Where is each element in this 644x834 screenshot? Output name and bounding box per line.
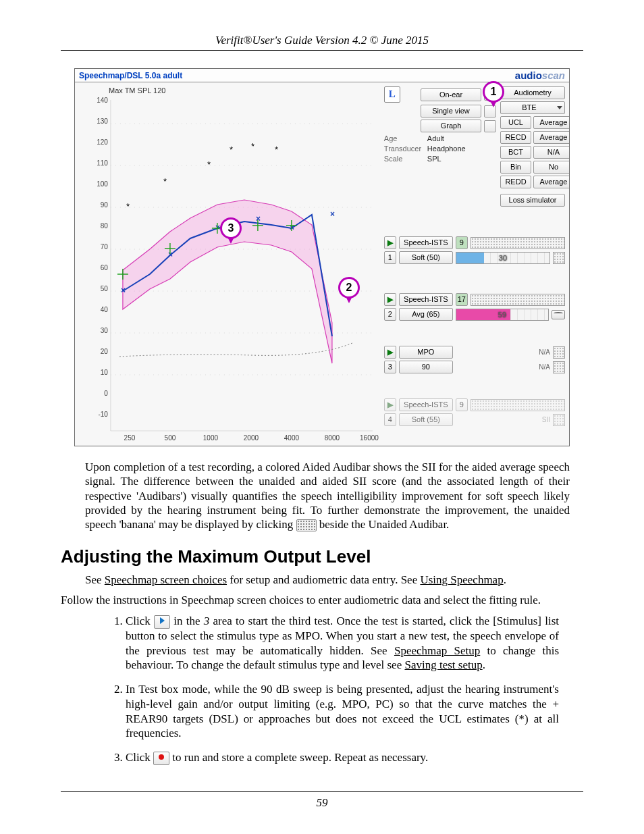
spl-chart: 140130120 11010090 807060 504030 20100 -… bbox=[82, 86, 380, 444]
level-4: Soft (55) bbox=[399, 413, 453, 426]
stimulus-3[interactable]: MPO bbox=[399, 346, 453, 359]
na-3b: N/A bbox=[539, 363, 550, 371]
banana-toggle-1[interactable] bbox=[553, 252, 565, 264]
window-title: Speechmap/DSL 5.0a adult bbox=[79, 71, 182, 80]
ucl-label: UCL bbox=[500, 116, 531, 129]
section-heading: Adjusting the Maximum Output Level bbox=[61, 546, 583, 567]
svg-text:60: 60 bbox=[101, 264, 109, 271]
banana-toggle-3a[interactable] bbox=[553, 346, 565, 359]
intro-paragraph: Upon completion of a test recording, a c… bbox=[85, 460, 570, 531]
svg-text:*: * bbox=[230, 145, 233, 155]
svg-text:0: 0 bbox=[104, 390, 108, 397]
see-line: See Speechmap screen choices for setup a… bbox=[85, 573, 570, 587]
svg-text:*: * bbox=[275, 145, 278, 155]
stimulus-4: Speech-ISTS bbox=[399, 398, 453, 411]
link-saving-test-setup[interactable]: Saving test setup bbox=[404, 658, 482, 671]
na-3a: N/A bbox=[539, 348, 550, 356]
audibar-2a[interactable] bbox=[471, 294, 565, 306]
recd-value[interactable]: Average bbox=[533, 131, 570, 144]
onear-button[interactable]: On-ear bbox=[421, 88, 481, 101]
audibar-2b[interactable]: 59 bbox=[456, 309, 549, 321]
step-2: In Test box mode, while the 90 dB sweep … bbox=[126, 682, 559, 741]
svg-text:40: 40 bbox=[101, 306, 109, 313]
level-3[interactable]: 90 bbox=[399, 361, 453, 373]
audibar-4a bbox=[471, 399, 565, 411]
screenshot-figure: Speechmap/DSL 5.0a adult audioscan Max T… bbox=[74, 68, 570, 446]
svg-text:×: × bbox=[330, 209, 335, 219]
speechband-icon[interactable] bbox=[552, 310, 565, 319]
graph-button[interactable]: Graph bbox=[421, 120, 481, 132]
loss-simulator-button[interactable]: Loss simulator bbox=[500, 194, 565, 207]
svg-text:120: 120 bbox=[97, 138, 108, 146]
play-button-4[interactable]: ▶ bbox=[384, 398, 396, 411]
graph-toggle[interactable] bbox=[484, 120, 496, 132]
scale-label: Scale bbox=[384, 155, 425, 163]
play-button-2[interactable]: ▶ bbox=[384, 293, 396, 306]
audibar-1b[interactable]: 30 bbox=[456, 252, 550, 264]
left-ear-icon: L bbox=[384, 86, 400, 103]
play-button-1[interactable]: ▶ bbox=[384, 236, 396, 249]
svg-text:1000: 1000 bbox=[203, 434, 219, 442]
bin-label: Bin bbox=[500, 161, 531, 174]
svg-text:80: 80 bbox=[101, 222, 109, 230]
svg-text:100: 100 bbox=[97, 180, 108, 188]
scale-value: SPL bbox=[427, 155, 475, 163]
index-4: 4 bbox=[384, 413, 396, 426]
svg-text:70: 70 bbox=[101, 243, 109, 251]
audiometry-button[interactable]: Audiometry bbox=[500, 86, 565, 99]
link-screen-choices[interactable]: Speechmap screen choices bbox=[105, 573, 227, 586]
bct-value[interactable]: N/A bbox=[533, 146, 570, 159]
stimulus-2[interactable]: Speech-ISTS bbox=[399, 293, 453, 306]
link-using-speechmap[interactable]: Using Speechmap bbox=[420, 573, 503, 586]
sii-num-1: 9 bbox=[456, 236, 468, 249]
bte-dropdown[interactable]: BTE bbox=[500, 101, 565, 114]
sii-num-4: 9 bbox=[456, 398, 468, 411]
svg-text:8000: 8000 bbox=[325, 434, 340, 442]
callout-2: 2 bbox=[338, 277, 360, 298]
follow-line: Follow the instructions in Speechmap scr… bbox=[61, 593, 570, 607]
age-value: Adult bbox=[427, 134, 475, 142]
svg-text:*: * bbox=[251, 141, 254, 151]
link-speechmap-setup[interactable]: Speechmap Setup bbox=[394, 644, 480, 657]
banana-toggle-4 bbox=[553, 414, 565, 426]
sii-num-2: 17 bbox=[456, 293, 468, 306]
brand-logo: audioscan bbox=[515, 70, 565, 81]
svg-text:-10: -10 bbox=[98, 411, 108, 418]
svg-text:16000: 16000 bbox=[360, 434, 379, 442]
redd-value[interactable]: Average bbox=[533, 176, 570, 188]
age-label: Age bbox=[384, 134, 425, 142]
svg-text:50: 50 bbox=[101, 285, 109, 292]
svg-text:90: 90 bbox=[101, 201, 109, 209]
svg-text:*: * bbox=[126, 201, 130, 211]
page-number: 59 bbox=[61, 791, 583, 810]
redd-label: REDD bbox=[500, 176, 531, 188]
noise-floor bbox=[119, 343, 352, 357]
svg-text:110: 110 bbox=[97, 159, 108, 167]
callout-3: 3 bbox=[220, 217, 242, 239]
svg-text:250: 250 bbox=[124, 434, 136, 442]
bin-value[interactable]: No bbox=[533, 161, 570, 174]
svg-text:30: 30 bbox=[101, 327, 109, 334]
level-2[interactable]: Avg (65) bbox=[399, 308, 453, 321]
running-header: Verifit®User's Guide Version 4.2 © June … bbox=[61, 34, 583, 51]
ucl-value[interactable]: Average bbox=[533, 116, 570, 129]
plot-title: Max TM SPL 120 bbox=[109, 86, 165, 95]
level-1[interactable]: Soft (50) bbox=[399, 251, 453, 264]
index-1: 1 bbox=[384, 251, 396, 264]
index-2: 2 bbox=[384, 308, 396, 321]
recd-label: RECD bbox=[500, 131, 531, 144]
audibar-1a[interactable] bbox=[471, 237, 565, 249]
play-button-3[interactable]: ▶ bbox=[384, 346, 396, 359]
transducer-value: Headphone bbox=[427, 145, 475, 153]
svg-text:140: 140 bbox=[97, 97, 108, 104]
stimulus-1[interactable]: Speech-ISTS bbox=[399, 236, 453, 249]
bct-label: BCT bbox=[500, 146, 531, 159]
singleview-button[interactable]: Single view bbox=[421, 105, 481, 118]
svg-text:*: * bbox=[163, 176, 167, 186]
svg-text:20: 20 bbox=[101, 348, 109, 355]
transducer-label: Transducer bbox=[384, 145, 425, 153]
banana-toggle-3b[interactable] bbox=[553, 361, 565, 373]
svg-text:130: 130 bbox=[97, 118, 108, 125]
record-icon-inline bbox=[153, 752, 169, 765]
callout-1: 1 bbox=[483, 81, 504, 103]
